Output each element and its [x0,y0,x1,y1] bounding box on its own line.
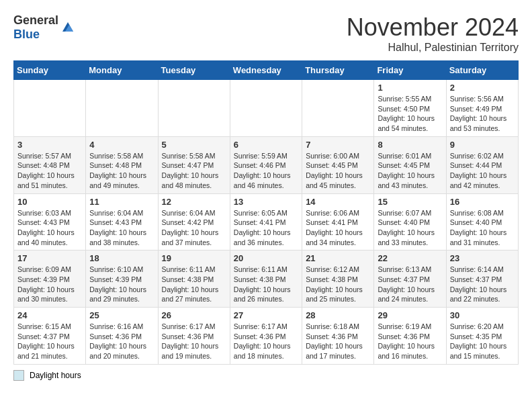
day-info: Sunrise: 6:03 AM Sunset: 4:43 PM Dayligh… [17,208,82,248]
weekday-header-row: SundayMondayTuesdayWednesdayThursdayFrid… [14,61,519,80]
day-number: 29 [378,310,442,320]
day-number: 12 [162,197,226,207]
calendar-table: SundayMondayTuesdayWednesdayThursdayFrid… [13,60,519,365]
logo-general: General [13,13,58,27]
calendar-cell: 25Sunrise: 6:16 AM Sunset: 4:36 PM Dayli… [86,308,158,365]
day-number: 4 [89,140,154,150]
weekday-header-monday: Monday [86,61,158,80]
day-number: 11 [89,197,154,207]
legend-label: Daylight hours [30,371,81,380]
day-info: Sunrise: 5:55 AM Sunset: 4:50 PM Dayligh… [378,94,442,134]
day-info: Sunrise: 6:19 AM Sunset: 4:36 PM Dayligh… [378,322,442,361]
calendar-cell: 16Sunrise: 6:08 AM Sunset: 4:40 PM Dayli… [446,193,518,250]
weekday-header-saturday: Saturday [446,61,518,80]
day-info: Sunrise: 6:01 AM Sunset: 4:45 PM Dayligh… [378,151,442,191]
day-info: Sunrise: 6:15 AM Sunset: 4:37 PM Dayligh… [17,322,82,361]
legend-box [13,370,24,381]
day-number: 19 [162,253,226,263]
day-info: Sunrise: 6:20 AM Sunset: 4:35 PM Dayligh… [450,322,515,361]
weekday-header-wednesday: Wednesday [230,61,302,80]
calendar-cell: 1Sunrise: 5:55 AM Sunset: 4:50 PM Daylig… [374,80,446,137]
logo-blue: Blue [13,28,40,41]
logo: General Blue [13,13,76,42]
day-number: 27 [234,310,298,320]
calendar-cell [230,80,302,137]
calendar-cell: 24Sunrise: 6:15 AM Sunset: 4:37 PM Dayli… [14,308,86,365]
calendar-cell: 6Sunrise: 5:59 AM Sunset: 4:46 PM Daylig… [230,136,302,193]
calendar-cell: 20Sunrise: 6:11 AM Sunset: 4:38 PM Dayli… [230,250,302,308]
title-block: November 2024 Halhul, Palestinian Territ… [347,13,519,54]
day-number: 9 [450,140,515,150]
weekday-header-sunday: Sunday [14,61,86,80]
calendar-cell [14,80,86,137]
day-info: Sunrise: 6:11 AM Sunset: 4:38 PM Dayligh… [234,265,298,304]
calendar-cell: 2Sunrise: 5:56 AM Sunset: 4:49 PM Daylig… [446,80,518,137]
day-info: Sunrise: 6:08 AM Sunset: 4:40 PM Dayligh… [450,208,515,248]
calendar-cell: 17Sunrise: 6:09 AM Sunset: 4:39 PM Dayli… [14,250,86,308]
calendar-cell: 11Sunrise: 6:04 AM Sunset: 4:43 PM Dayli… [86,193,158,250]
day-info: Sunrise: 6:12 AM Sunset: 4:38 PM Dayligh… [306,265,370,304]
calendar-cell: 14Sunrise: 6:06 AM Sunset: 4:41 PM Dayli… [302,193,374,250]
calendar-cell: 23Sunrise: 6:14 AM Sunset: 4:37 PM Dayli… [446,250,518,308]
calendar-cell: 22Sunrise: 6:13 AM Sunset: 4:37 PM Dayli… [374,250,446,308]
calendar-cell: 10Sunrise: 6:03 AM Sunset: 4:43 PM Dayli… [14,193,86,250]
weekday-header-friday: Friday [374,61,446,80]
day-info: Sunrise: 6:09 AM Sunset: 4:39 PM Dayligh… [17,265,82,304]
calendar-cell: 28Sunrise: 6:18 AM Sunset: 4:36 PM Dayli… [302,308,374,365]
calendar-cell [86,80,158,137]
day-info: Sunrise: 6:14 AM Sunset: 4:37 PM Dayligh… [450,265,515,304]
day-number: 26 [162,310,226,320]
day-number: 30 [450,310,515,320]
day-info: Sunrise: 6:18 AM Sunset: 4:36 PM Dayligh… [306,322,370,361]
calendar-cell: 15Sunrise: 6:07 AM Sunset: 4:40 PM Dayli… [374,193,446,250]
day-info: Sunrise: 6:04 AM Sunset: 4:42 PM Dayligh… [162,208,226,248]
day-info: Sunrise: 5:58 AM Sunset: 4:47 PM Dayligh… [162,151,226,191]
day-info: Sunrise: 6:10 AM Sunset: 4:39 PM Dayligh… [89,265,154,304]
day-number: 2 [450,83,515,93]
calendar-cell: 19Sunrise: 6:11 AM Sunset: 4:38 PM Dayli… [158,250,230,308]
day-info: Sunrise: 6:17 AM Sunset: 4:36 PM Dayligh… [234,322,298,361]
calendar-cell: 7Sunrise: 6:00 AM Sunset: 4:45 PM Daylig… [302,136,374,193]
day-number: 10 [17,197,82,207]
day-info: Sunrise: 6:05 AM Sunset: 4:41 PM Dayligh… [234,208,298,248]
calendar-week-4: 17Sunrise: 6:09 AM Sunset: 4:39 PM Dayli… [14,250,519,308]
day-info: Sunrise: 5:59 AM Sunset: 4:46 PM Dayligh… [234,151,298,191]
day-number: 17 [17,253,82,263]
calendar-week-2: 3Sunrise: 5:57 AM Sunset: 4:48 PM Daylig… [14,136,519,193]
calendar-week-3: 10Sunrise: 6:03 AM Sunset: 4:43 PM Dayli… [14,193,519,250]
day-number: 15 [378,197,442,207]
calendar-cell: 3Sunrise: 5:57 AM Sunset: 4:48 PM Daylig… [14,136,86,193]
day-info: Sunrise: 6:16 AM Sunset: 4:36 PM Dayligh… [89,322,154,361]
day-number: 18 [89,253,154,263]
day-number: 20 [234,253,298,263]
day-info: Sunrise: 6:02 AM Sunset: 4:44 PM Dayligh… [450,151,515,191]
day-number: 1 [378,83,442,93]
calendar-week-5: 24Sunrise: 6:15 AM Sunset: 4:37 PM Dayli… [14,308,519,365]
day-number: 6 [234,140,298,150]
day-number: 8 [378,140,442,150]
day-number: 21 [306,253,370,263]
day-number: 7 [306,140,370,150]
calendar-cell: 8Sunrise: 6:01 AM Sunset: 4:45 PM Daylig… [374,136,446,193]
day-info: Sunrise: 6:00 AM Sunset: 4:45 PM Dayligh… [306,151,370,191]
day-number: 16 [450,197,515,207]
calendar-cell: 30Sunrise: 6:20 AM Sunset: 4:35 PM Dayli… [446,308,518,365]
calendar-cell [302,80,374,137]
calendar-cell: 9Sunrise: 6:02 AM Sunset: 4:44 PM Daylig… [446,136,518,193]
day-number: 3 [17,140,82,150]
calendar-cell: 29Sunrise: 6:19 AM Sunset: 4:36 PM Dayli… [374,308,446,365]
logo-icon [60,19,76,36]
location-subtitle: Halhul, Palestinian Territory [347,42,519,54]
calendar-cell: 13Sunrise: 6:05 AM Sunset: 4:41 PM Dayli… [230,193,302,250]
day-info: Sunrise: 6:04 AM Sunset: 4:43 PM Dayligh… [89,208,154,248]
calendar-cell: 27Sunrise: 6:17 AM Sunset: 4:36 PM Dayli… [230,308,302,365]
day-info: Sunrise: 5:58 AM Sunset: 4:48 PM Dayligh… [89,151,154,191]
calendar-cell: 4Sunrise: 5:58 AM Sunset: 4:48 PM Daylig… [86,136,158,193]
logo-text: General Blue [13,13,58,42]
calendar-cell [158,80,230,137]
weekday-header-tuesday: Tuesday [158,61,230,80]
day-number: 22 [378,253,442,263]
weekday-header-thursday: Thursday [302,61,374,80]
calendar-cell: 5Sunrise: 5:58 AM Sunset: 4:47 PM Daylig… [158,136,230,193]
page-header: General Blue November 2024 Halhul, Pales… [13,13,519,54]
